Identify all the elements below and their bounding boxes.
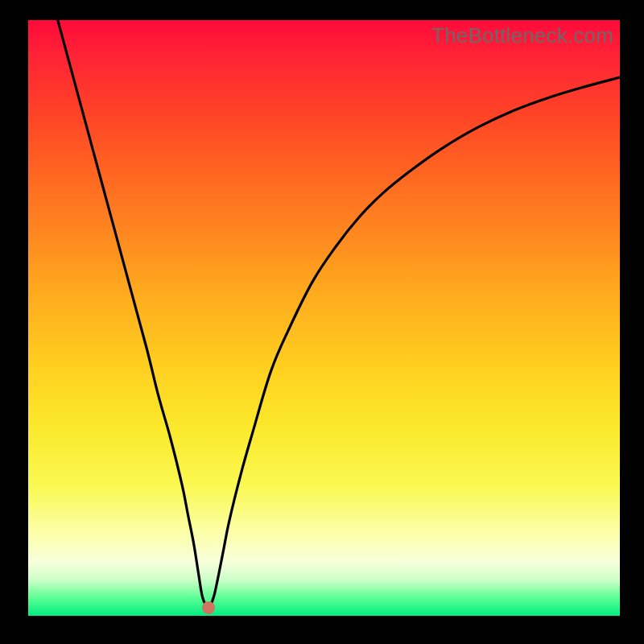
- bottleneck-curve: [28, 20, 620, 616]
- optimal-point-marker: [202, 601, 215, 614]
- chart-plot-area: TheBottleneck.com: [28, 20, 620, 616]
- chart-frame: TheBottleneck.com: [0, 0, 644, 644]
